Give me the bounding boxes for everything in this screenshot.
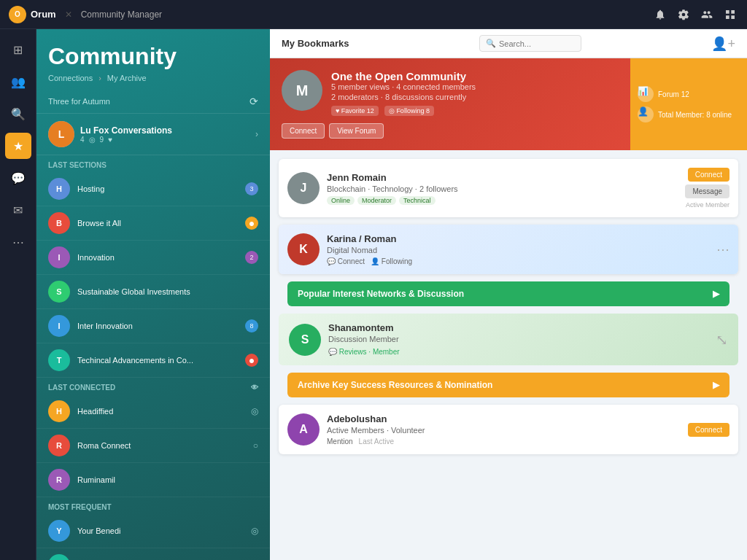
top-nav-right [652,7,738,23]
member-role: Active Member [686,201,729,209]
member-avatar: K [287,233,320,265]
list-item[interactable]: I Inter Innovation 8 [36,309,270,343]
breadcrumb-connections[interactable]: Connections [48,74,93,82]
left-panel: Community Connections › My Archive Three… [36,29,270,560]
list-item[interactable]: E Exciting Communoted ○ [36,548,270,560]
sidebar-item-community[interactable]: 👥 [5,69,31,95]
member-connect-btn[interactable]: Connect [688,168,729,182]
search-input[interactable] [499,39,575,48]
stat-following: ◎ Following 8 [384,106,434,116]
list-item[interactable]: S Sustainable Global Investments [36,275,270,309]
section-last-sections: Last Sections [36,155,270,172]
community-title: Community [48,44,258,69]
item-badge: ● [245,217,258,230]
tag-moderator: Moderator [357,196,396,205]
stat-favorite: ♥ Favorite 12 [331,106,379,116]
featured-meta: 4 ◎ 9 ♥ [80,136,249,144]
fh-right-item-forum: 📊 Forum 12 [638,86,740,102]
members-section: J Jenn Romain Blockchain · Technology · … [270,150,747,463]
expand-icon[interactable]: ⤡ [716,332,728,348]
orange-section-banner[interactable]: Archive Key Success Resources & Nominati… [287,373,729,397]
add-member-icon[interactable]: 👤+ [711,36,735,52]
item-indicator: ○ [253,440,258,451]
toolbar-label: Three for Autumn [48,97,110,106]
list-item[interactable]: Y Your Benedi ◎ [36,514,270,548]
item-info: Inter Innovation [77,322,238,330]
featured-profile-name: One the Open Community [331,70,611,82]
sidebar-item-active[interactable]: ★ [5,133,31,159]
right-top-bar: My Bookmarks 🔍 👤+ [270,29,747,58]
chat-icon[interactable]: ✉ [5,197,31,223]
more-icon[interactable]: ⋯ [5,229,31,255]
eye-icon[interactable]: 👁 [251,384,258,392]
item-avatar: H [48,178,70,200]
item-avatar: H [48,400,70,422]
tag-online: Online [327,196,355,205]
item-indicator: ◎ [251,526,258,536]
featured-row[interactable]: L Lu Fox Conversations 4 ◎ 9 ♥ › [36,114,270,155]
green-member-sub: Discussion Member [328,335,708,343]
grid-icon[interactable] [722,7,738,23]
green-section-banner[interactable]: Popular Interest Networks & Discussion ▶ [287,281,729,306]
item-avatar: R [48,469,70,491]
notifications-icon[interactable] [652,7,668,23]
green-member-avatar: S [289,324,321,356]
topics-icon[interactable]: 💬 [5,165,31,191]
list-item[interactable]: H Hosting 3 [36,172,270,206]
bottom-member-card: A Adebolushan Active Members · Volunteer… [279,405,738,454]
member-stats: 💬 Connect 👤 Following [327,257,709,265]
member-message-btn[interactable]: Message [685,184,729,198]
item-avatar: E [48,554,70,560]
item-info: Innovation [77,253,238,262]
sidebar-item-more[interactable]: ⋯ [5,229,31,255]
fh-right-item-members: 👤 Total Member: 8 online [638,106,740,122]
users-icon[interactable] [699,7,715,23]
green-member-stat: 💬 Reviews · Member [328,346,708,357]
green-member-right: ⤡ [716,331,728,349]
connect-button[interactable]: Connect [282,123,325,139]
list-item[interactable]: R Roma Connect ○ [36,429,270,463]
sidebar-item-chat[interactable]: ✉ [5,197,31,223]
app-logo[interactable]: O Orum [9,6,56,23]
list-item[interactable]: T Techincal Advancements in Co... ● [36,343,270,378]
tag-technical: Technical [399,196,436,205]
featured-header-info: One the Open Community 5 member views · … [331,70,611,116]
fh-right-panel: 📊 Forum 12 👤 Total Member: 8 online [630,58,747,150]
search-box[interactable]: 🔍 [479,35,581,52]
view-forum-button[interactable]: View Forum [329,123,384,139]
list-item[interactable]: R Ruminamil [36,463,270,497]
featured-profile-avatar: M [282,70,322,111]
item-info: Roma Connect [77,441,246,450]
settings-icon[interactable] [676,7,692,23]
green-member-name: Shanamontem [328,322,708,333]
item-info: Techincal Advancements in Co... [77,356,238,365]
featured-header-stats: ♥ Favorite 12 ◎ Following 8 [331,106,611,116]
sidebar-item-home[interactable]: ⊞ [5,36,31,63]
list-item[interactable]: H Headiffied ◎ [36,394,270,429]
list-item[interactable]: I Innovation 2 [36,241,270,275]
item-avatar: S [48,281,70,303]
breadcrumb-archive[interactable]: My Archive [107,74,147,82]
featured-profile-title: 5 member views · 4 connected members [331,82,611,91]
list-item[interactable]: B Browse it All ● [36,206,270,241]
sidebar-item-browse[interactable]: 🔍 [5,101,31,127]
logo-icon: O [9,6,26,23]
refresh-icon[interactable]: ⟳ [249,96,258,107]
left-panel-header: Community Connections › My Archive [36,29,270,90]
home-icon[interactable]: ⊞ [5,36,31,63]
member-sub: Blockchain · Technology · 2 followers [327,184,678,193]
browse-icon[interactable]: 🔍 [5,101,31,127]
orange-section-title: Archive Key Success Resources & Nominati… [298,380,492,390]
left-sidebar: ⊞ 👥 🔍 ★ 💬 ✉ ⋯ [0,29,36,560]
member-card-info: Karina / Roman Digital Nomad 💬 Connect 👤… [327,233,709,265]
member-sub: Digital Nomad [327,246,709,254]
bottom-member-name: Adebolushan [327,413,681,424]
item-avatar: T [48,349,70,371]
bottom-connect-btn[interactable]: Connect [688,423,729,437]
sidebar-item-topics[interactable]: 💬 [5,165,31,191]
community-icon[interactable]: 👥 [5,69,31,95]
active-icon[interactable]: ★ [5,133,31,159]
item-avatar: Y [48,520,70,542]
member-options-icon[interactable]: ⋯ [716,241,729,257]
green-section-title: Popular Interest Networks & Discussion [298,289,464,299]
